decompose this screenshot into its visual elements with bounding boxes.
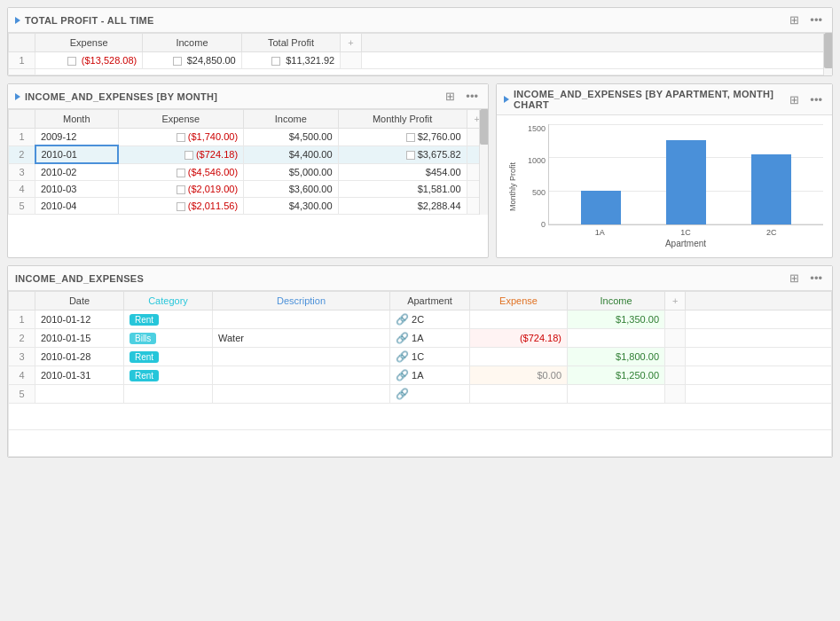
income-cell[interactable]: $24,850.00 (143, 52, 242, 69)
apartment-cell[interactable]: 🔗 1C (390, 348, 470, 366)
more-button[interactable]: ••• (463, 89, 481, 104)
table-row: 5 2010-04 ($2,011.56) $4,300.00 $2,288.4… (9, 198, 488, 215)
description-cell[interactable] (213, 366, 390, 385)
expense-cell[interactable]: ($724.18) (470, 329, 568, 348)
income-expenses-title: INCOME_AND_EXPENSES (15, 273, 144, 284)
expand-icon[interactable] (177, 133, 185, 142)
scrollbar-thumb[interactable] (480, 109, 488, 145)
expense-cell[interactable]: ($1,740.00) (118, 129, 244, 146)
y-label-0: 0 (520, 220, 546, 229)
income-cell[interactable]: $1,800.00 (568, 348, 665, 366)
chart-header: INCOME_AND_EXPENSES [by Apartment, Month… (497, 84, 832, 115)
cell-expand-icon[interactable] (67, 57, 76, 66)
income-cell[interactable]: $4,400.00 (244, 145, 339, 163)
description-cell[interactable] (213, 310, 390, 329)
filter-button[interactable]: ⊞ (787, 92, 802, 107)
add-col-header[interactable]: + (341, 34, 361, 52)
expense-cell[interactable] (470, 348, 568, 366)
bars-row (549, 140, 823, 224)
collapse-arrow-icon[interactable] (15, 93, 20, 100)
expense-cell[interactable]: ($2,019.00) (118, 181, 244, 198)
income-cell[interactable]: $4,500.00 (244, 129, 339, 146)
bills-badge[interactable]: Bills (130, 333, 156, 344)
expand-icon[interactable] (177, 185, 185, 194)
category-cell[interactable]: Rent (124, 366, 213, 385)
filter-button[interactable]: ⊞ (787, 12, 802, 28)
month-cell[interactable]: 2009-12 (35, 129, 119, 146)
rent-badge[interactable]: Rent (130, 351, 159, 363)
apartment-cell[interactable]: 🔗 (390, 385, 470, 404)
table-row-filler (9, 404, 832, 430)
by-month-table-wrapper: Month Expense Income Monthly Profit + 1 … (8, 109, 488, 215)
expand-icon[interactable] (177, 202, 185, 211)
filter-button[interactable]: ⊞ (787, 271, 802, 286)
expense-cell[interactable]: ($724.18) (118, 145, 244, 163)
category-cell[interactable] (124, 385, 213, 404)
scrollbar-thumb[interactable] (824, 33, 832, 68)
row-number: 4 (9, 181, 35, 198)
description-cell[interactable]: Water (213, 329, 390, 348)
date-cell[interactable]: 2010-01-15 (35, 329, 124, 348)
expense-cell[interactable] (470, 310, 568, 329)
profit-cell[interactable]: $2,760.00 (338, 129, 467, 146)
month-cell[interactable]: 2010-04 (35, 198, 119, 215)
scrollbar-track[interactable] (479, 109, 488, 215)
collapse-arrow-icon[interactable] (504, 96, 509, 103)
expense-cell[interactable]: ($2,011.56) (118, 198, 244, 215)
profit-cell[interactable]: $11,321.92 (241, 52, 341, 69)
income-cell[interactable]: $1,250.00 (568, 366, 665, 385)
expense-col-header: Expense (470, 292, 568, 310)
rent-badge[interactable]: Rent (130, 314, 159, 326)
apartment-cell[interactable]: 🔗 2C (390, 310, 470, 329)
profit-cell[interactable]: $3,675.82 (338, 145, 467, 163)
rent-badge[interactable]: Rent (130, 370, 159, 381)
date-cell[interactable]: 2010-01-12 (35, 310, 124, 329)
table-row: 1 2009-12 ($1,740.00) $4,500.00 $2,760.0… (9, 129, 488, 146)
more-button[interactable]: ••• (807, 92, 825, 107)
by-month-actions: ⊞ ••• (443, 89, 481, 104)
month-cell[interactable]: 2010-03 (35, 181, 119, 198)
apartment-cell[interactable]: 🔗 1A (390, 329, 470, 348)
apartment-cell[interactable]: 🔗 1A (390, 366, 470, 385)
description-cell[interactable] (213, 348, 390, 366)
income-cell[interactable]: $4,300.00 (244, 198, 339, 215)
income-cell[interactable]: $3,600.00 (244, 181, 339, 198)
profit-cell[interactable]: $2,288.44 (338, 198, 467, 215)
x-axis-title: Apartment (548, 237, 823, 248)
date-cell[interactable]: 2010-01-31 (35, 366, 124, 385)
category-cell[interactable]: Bills (124, 329, 213, 348)
expense-cell[interactable]: ($13,528.08) (35, 52, 143, 69)
more-button[interactable]: ••• (807, 271, 825, 286)
category-cell[interactable]: Rent (124, 310, 213, 329)
category-cell[interactable]: Rent (124, 348, 213, 366)
income-cell[interactable]: $1,350.00 (568, 310, 665, 329)
profit-cell[interactable]: $1,581.00 (338, 181, 467, 198)
expense-cell[interactable]: $0.00 (470, 366, 568, 385)
date-cell[interactable] (35, 385, 124, 404)
expand-icon[interactable] (406, 133, 415, 142)
cell-expand-icon[interactable] (271, 57, 280, 66)
expense-cell[interactable]: ($4,546.00) (118, 163, 244, 181)
add-cell (665, 329, 686, 348)
table-row: 3 2010-01-28 Rent 🔗 1C $1,800.00 (9, 348, 832, 366)
date-cell[interactable]: 2010-01-28 (35, 348, 124, 366)
expand-icon[interactable] (184, 151, 193, 160)
scrollbar-track[interactable] (823, 33, 832, 75)
filter-button[interactable]: ⊞ (443, 89, 458, 104)
collapse-arrow-icon[interactable] (15, 17, 20, 24)
cell-expand-icon[interactable] (173, 57, 182, 66)
table-row: 1 ($13,528.08) $24,850.00 $11,321.92 (9, 52, 832, 69)
more-button[interactable]: ••• (807, 12, 825, 28)
expand-icon[interactable] (177, 169, 185, 177)
income-cell[interactable] (568, 385, 665, 404)
add-col-header[interactable]: + (665, 292, 686, 310)
income-cell[interactable] (568, 329, 665, 348)
profit-cell[interactable]: $454.00 (338, 163, 467, 181)
filler-cell (9, 404, 832, 430)
description-cell[interactable] (213, 385, 390, 404)
month-cell-selected[interactable]: 2010-01 (35, 145, 119, 163)
income-cell[interactable]: $5,000.00 (244, 163, 339, 181)
expand-icon[interactable] (406, 151, 415, 160)
month-cell[interactable]: 2010-02 (35, 163, 119, 181)
expense-cell[interactable] (470, 385, 568, 404)
